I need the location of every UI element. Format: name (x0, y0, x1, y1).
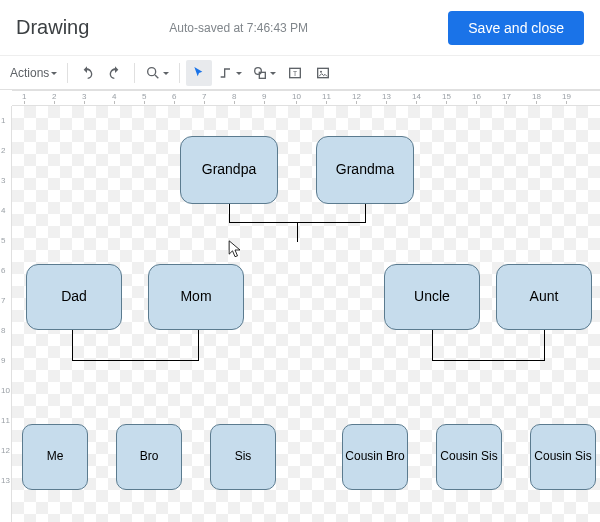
actions-label: Actions (10, 66, 49, 80)
ruler-tick: 12 (352, 92, 361, 101)
connector-line (229, 204, 230, 222)
shape-dad[interactable]: Dad (26, 264, 122, 330)
svg-point-7 (320, 70, 322, 72)
shape-label: Mom (180, 289, 211, 304)
autosave-status: Auto-saved at 7:46:43 PM (169, 21, 448, 35)
ruler-tick: 14 (412, 92, 421, 101)
textbox-tool-button[interactable]: T (282, 60, 308, 86)
ruler-tick: 4 (1, 206, 5, 215)
connector-line (544, 330, 545, 361)
ruler-tick: 7 (1, 296, 5, 305)
ruler-tick: 13 (382, 92, 391, 101)
cursor-icon (191, 65, 207, 81)
shape-label: Sis (235, 450, 252, 463)
ruler-tick: 8 (1, 326, 5, 335)
connector-line (297, 222, 298, 242)
shape-grandma[interactable]: Grandma (316, 136, 414, 204)
shape-label: Cousin Sis (534, 450, 591, 463)
zoom-button[interactable] (141, 60, 173, 86)
shape-grandpa[interactable]: Grandpa (180, 136, 278, 204)
shape-label: Me (47, 450, 64, 463)
shape-me[interactable]: Me (22, 424, 88, 490)
actions-menu[interactable]: Actions (6, 60, 61, 86)
ruler-tick: 1 (1, 116, 5, 125)
ruler-tick: 9 (262, 92, 266, 101)
connector-line (432, 360, 544, 361)
shape-bro[interactable]: Bro (116, 424, 182, 490)
shape-aunt[interactable]: Aunt (496, 264, 592, 330)
connector-line (72, 360, 198, 361)
ruler-tick: 5 (1, 236, 5, 245)
image-icon (315, 65, 331, 81)
dialog-title: Drawing (16, 16, 89, 39)
horizontal-ruler: 12345678910111213141516171819 (12, 90, 600, 106)
undo-button[interactable] (74, 60, 100, 86)
ruler-tick: 18 (532, 92, 541, 101)
undo-icon (79, 65, 95, 81)
shape-mom[interactable]: Mom (148, 264, 244, 330)
ruler-tick: 6 (172, 92, 176, 101)
ruler-tick: 12 (1, 446, 10, 455)
ruler-tick: 13 (1, 476, 10, 485)
shape-cousin-sis[interactable]: Cousin Sis (436, 424, 502, 490)
redo-icon (107, 65, 123, 81)
ruler-tick: 10 (1, 386, 10, 395)
shape-label: Grandma (336, 162, 394, 177)
shape-sis[interactable]: Sis (210, 424, 276, 490)
connector-line (432, 330, 433, 360)
ruler-tick: 11 (1, 416, 10, 425)
ruler-tick: 3 (1, 176, 5, 185)
shape-label: Aunt (530, 289, 559, 304)
line-icon (218, 65, 234, 81)
connector-line (198, 330, 199, 361)
svg-line-1 (155, 75, 158, 78)
shape-cousin-bro[interactable]: Cousin Bro (342, 424, 408, 490)
ruler-tick: 2 (52, 92, 56, 101)
ruler-tick: 11 (322, 92, 331, 101)
shape-label: Grandpa (202, 162, 256, 177)
toolbar-separator (134, 63, 135, 83)
connector-line (365, 204, 366, 222)
shape-label: Cousin Bro (345, 450, 404, 463)
shape-icon (252, 65, 268, 81)
dialog-header: Drawing Auto-saved at 7:46:43 PM Save an… (0, 0, 600, 56)
ruler-tick: 8 (232, 92, 236, 101)
ruler-tick: 1 (22, 92, 26, 101)
ruler-tick: 15 (442, 92, 451, 101)
redo-button[interactable] (102, 60, 128, 86)
shape-cousin-sis[interactable]: Cousin Sis (530, 424, 596, 490)
svg-text:T: T (293, 69, 297, 76)
ruler-tick: 7 (202, 92, 206, 101)
ruler-tick: 19 (562, 92, 571, 101)
select-tool-button[interactable] (186, 60, 212, 86)
line-tool-button[interactable] (214, 60, 246, 86)
ruler-tick: 16 (472, 92, 481, 101)
image-tool-button[interactable] (310, 60, 336, 86)
svg-point-0 (148, 67, 156, 75)
toolbar-separator (179, 63, 180, 83)
ruler-tick: 9 (1, 356, 5, 365)
svg-point-2 (255, 67, 262, 74)
shape-uncle[interactable]: Uncle (384, 264, 480, 330)
shape-label: Dad (61, 289, 87, 304)
zoom-icon (145, 65, 161, 81)
save-and-close-button[interactable]: Save and close (448, 11, 584, 45)
shape-label: Cousin Sis (440, 450, 497, 463)
vertical-ruler: 12345678910111213 (0, 106, 12, 522)
toolbar-separator (67, 63, 68, 83)
connector-line (72, 330, 73, 360)
shape-label: Uncle (414, 289, 450, 304)
shape-tool-button[interactable] (248, 60, 280, 86)
ruler-tick: 6 (1, 266, 5, 275)
ruler-tick: 2 (1, 146, 5, 155)
ruler-tick: 4 (112, 92, 116, 101)
mouse-cursor-icon (228, 240, 242, 260)
shape-label: Bro (140, 450, 159, 463)
toolbar: Actions T (0, 56, 600, 90)
textbox-icon: T (287, 65, 303, 81)
ruler-tick: 3 (82, 92, 86, 101)
drawing-canvas[interactable]: Grandpa Grandma Dad Mom Uncle Aunt Me Br… (12, 106, 600, 522)
ruler-tick: 17 (502, 92, 511, 101)
ruler-tick: 5 (142, 92, 146, 101)
ruler-tick: 10 (292, 92, 301, 101)
